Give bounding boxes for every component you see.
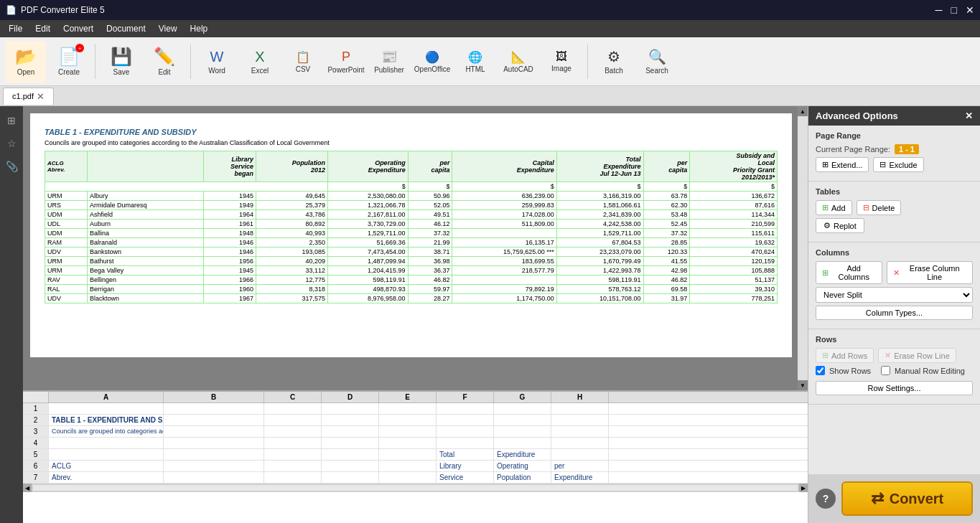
row1-f[interactable]	[437, 403, 494, 414]
row4-c[interactable]	[264, 438, 322, 448]
row5-a[interactable]	[49, 449, 164, 460]
maximize-button[interactable]: □	[951, 4, 957, 16]
row2-b[interactable]	[164, 415, 264, 425]
row2-e[interactable]	[379, 415, 437, 425]
edit-button[interactable]: ✏️ Edit	[144, 41, 185, 83]
row6-a[interactable]: ACLG	[49, 461, 164, 471]
exclude-button[interactable]: ⊟ Exclude	[873, 157, 923, 172]
save-button[interactable]: 💾 Save	[101, 41, 141, 83]
scroll-down-button[interactable]: ▼	[798, 380, 808, 390]
scroll-left-button[interactable]: ◀	[23, 484, 32, 492]
row3-b[interactable]	[164, 426, 264, 437]
row1-d[interactable]	[322, 403, 379, 414]
row4-d[interactable]	[322, 438, 379, 448]
row5-f[interactable]: Total	[437, 449, 494, 460]
menu-convert[interactable]: Convert	[57, 22, 99, 35]
menu-help[interactable]: Help	[185, 22, 214, 35]
erase-column-button[interactable]: ✕ Erase Column Line	[887, 261, 973, 284]
row6-e[interactable]	[379, 461, 437, 471]
replot-button[interactable]: ⚙ Replot	[816, 218, 864, 233]
convert-button[interactable]: ⇄ Convert	[841, 481, 973, 516]
row3-d[interactable]	[322, 426, 379, 437]
row7-h[interactable]: Expenditure	[551, 472, 609, 483]
sidebar-clip-icon[interactable]: 📎	[3, 158, 20, 175]
row5-h[interactable]	[551, 449, 609, 460]
row7-d[interactable]	[322, 472, 379, 483]
manual-row-checkbox[interactable]	[881, 366, 890, 375]
row-settings-button[interactable]: Row Settings...	[816, 381, 973, 395]
scroll-right-button[interactable]: ▶	[799, 484, 808, 492]
row5-e[interactable]	[379, 449, 437, 460]
row5-d[interactable]	[322, 449, 379, 460]
row6-c[interactable]	[264, 461, 322, 471]
sidebar-star-icon[interactable]: ☆	[3, 135, 20, 152]
create-button[interactable]: 📄+ Create	[49, 41, 89, 83]
row1-h[interactable]	[551, 403, 609, 414]
menu-edit[interactable]: Edit	[29, 22, 56, 35]
panel-close-button[interactable]: ✕	[965, 110, 973, 121]
row3-h[interactable]	[551, 426, 609, 437]
row2-c[interactable]	[264, 415, 322, 425]
csv-button[interactable]: 📋 CSV	[283, 41, 323, 83]
row3-f[interactable]	[437, 426, 494, 437]
row2-h[interactable]	[551, 415, 609, 425]
row1-a[interactable]	[49, 403, 164, 414]
row5-c[interactable]	[264, 449, 322, 460]
close-button[interactable]: ✕	[966, 4, 974, 16]
column-types-button[interactable]: Column Types...	[816, 306, 973, 320]
row7-a[interactable]: Abrev.	[49, 472, 164, 483]
autocad-button[interactable]: 📐 AutoCAD	[498, 41, 538, 83]
excel-button[interactable]: X Excel	[240, 41, 280, 83]
row3-c[interactable]	[264, 426, 322, 437]
menu-file[interactable]: File	[3, 22, 28, 35]
row5-b[interactable]	[164, 449, 264, 460]
row4-h[interactable]	[551, 438, 609, 448]
open-button[interactable]: 📂 Open	[6, 41, 46, 83]
vertical-scrollbar[interactable]: ▲ ▼	[798, 106, 808, 390]
add-table-button[interactable]: ⊞ Add	[816, 200, 852, 215]
add-columns-button[interactable]: ⊞ Add Columns	[816, 261, 882, 284]
html-button[interactable]: 🌐 HTML	[455, 41, 495, 83]
horizontal-scrollbar[interactable]: ◀ ▶	[23, 484, 808, 492]
row6-d[interactable]	[322, 461, 379, 471]
row7-e[interactable]	[379, 472, 437, 483]
row3-e[interactable]	[379, 426, 437, 437]
row6-b[interactable]	[164, 461, 264, 471]
row3-g[interactable]	[494, 426, 551, 437]
batch-button[interactable]: ⚙ Batch	[594, 41, 634, 83]
row1-e[interactable]	[379, 403, 437, 414]
document-tab[interactable]: c1.pdf ✕	[3, 88, 54, 105]
row2-d[interactable]	[322, 415, 379, 425]
row1-b[interactable]	[164, 403, 264, 414]
row7-c[interactable]	[264, 472, 322, 483]
row5-g[interactable]: Expenditure	[494, 449, 551, 460]
row4-b[interactable]	[164, 438, 264, 448]
tab-close-button[interactable]: ✕	[37, 91, 45, 102]
row4-g[interactable]	[494, 438, 551, 448]
row2-f[interactable]	[437, 415, 494, 425]
menu-document[interactable]: Document	[101, 22, 151, 35]
menu-view[interactable]: View	[153, 22, 183, 35]
add-rows-button[interactable]: ⊞ Add Rows	[816, 348, 874, 363]
row2-a[interactable]: TABLE 1 - EXPENDITURE AND SUBSIDY	[49, 415, 164, 425]
row7-b[interactable]	[164, 472, 264, 483]
openoffice-button[interactable]: 🔵 OpenOffice	[412, 41, 452, 83]
word-button[interactable]: W Word	[197, 41, 237, 83]
row1-c[interactable]	[264, 403, 322, 414]
row1-g[interactable]	[494, 403, 551, 414]
publisher-button[interactable]: 📰 Publisher	[369, 41, 409, 83]
row2-g[interactable]	[494, 415, 551, 425]
sidebar-grid-icon[interactable]: ⊞	[3, 112, 20, 129]
row7-g[interactable]: Population	[494, 472, 551, 483]
extend-button[interactable]: ⊞ Extend...	[816, 157, 869, 172]
minimize-button[interactable]: ─	[935, 4, 943, 16]
row6-g[interactable]: Operating	[494, 461, 551, 471]
row7-f[interactable]: Service	[437, 472, 494, 483]
row4-f[interactable]	[437, 438, 494, 448]
search-button[interactable]: 🔍 Search	[637, 41, 677, 83]
powerpoint-button[interactable]: P PowerPoint	[326, 41, 366, 83]
scroll-up-button[interactable]: ▲	[798, 106, 808, 116]
row3-a[interactable]: Councils are grouped into categories acc…	[49, 426, 164, 437]
delete-table-button[interactable]: ⊟ Delete	[857, 200, 902, 215]
row4-e[interactable]	[379, 438, 437, 448]
